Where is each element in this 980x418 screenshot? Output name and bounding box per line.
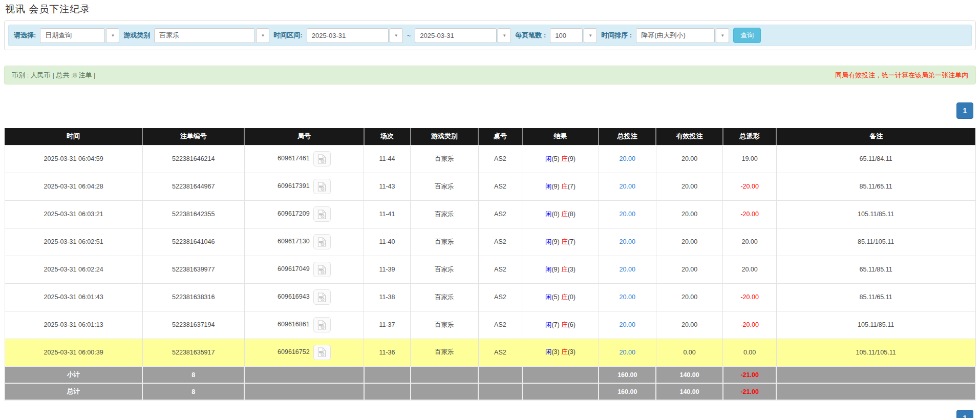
cell-total-bet: 20.00 (599, 200, 656, 228)
cell-session: 11-40 (364, 228, 411, 256)
time-sort-label: 时间排序 : (601, 31, 632, 40)
result-banker-label: 庄 (561, 266, 568, 273)
table-row: 2025-03-31 06:04:28 522381644967 6096173… (5, 173, 975, 200)
chevron-down-icon[interactable]: ▼ (498, 28, 511, 43)
result-banker-score: (6) (568, 321, 576, 328)
column-header: 总派彩 (723, 128, 776, 145)
result-player-score: (9) (551, 183, 559, 190)
subtotal-payout: -21.00 (723, 366, 776, 383)
empty (776, 366, 975, 383)
cell-payout: 20.00 (723, 228, 776, 256)
cell-result: 闲(7) 庄(6) (522, 311, 599, 339)
total-bet-link[interactable]: 20.00 (620, 183, 635, 190)
empty (411, 383, 479, 400)
game-type-select[interactable]: 百家乐 ▼ (154, 28, 269, 43)
date-from-select[interactable]: 2025-03-31 ▼ (307, 28, 403, 43)
chevron-down-icon[interactable]: ▼ (106, 28, 119, 43)
chevron-down-icon[interactable]: ▼ (716, 28, 729, 43)
cell-bet-id: 522381637194 (142, 311, 244, 339)
video-replay-button[interactable] (313, 179, 331, 194)
cell-result: 闲(3) 庄(3) (522, 339, 599, 366)
total-row: 总计8160.00140.00-21.00 (5, 383, 975, 400)
cell-time: 2025-03-31 06:04:28 (5, 173, 142, 200)
cell-total-bet: 20.00 (599, 145, 656, 173)
cell-total-bet: 20.00 (599, 339, 656, 366)
cell-game-type: 百家乐 (411, 228, 479, 256)
result-player-label: 闲 (545, 211, 552, 218)
cell-total-bet: 20.00 (599, 173, 656, 200)
total-bet-link[interactable]: 20.00 (620, 238, 635, 245)
chevron-down-icon[interactable]: ▼ (584, 28, 597, 43)
result-player-score: (3) (551, 348, 559, 356)
video-replay-button[interactable] (313, 206, 331, 222)
cell-round-id: 609617130 (244, 228, 364, 256)
cell-remark: 105.11/85.11 (776, 200, 975, 228)
total-bet-link[interactable]: 20.00 (620, 266, 635, 273)
video-file-icon (317, 237, 326, 247)
cell-game-type: 百家乐 (411, 173, 479, 200)
cell-valid-bet: 20.00 (656, 145, 723, 173)
result-banker-label: 庄 (561, 294, 568, 301)
video-replay-button[interactable] (313, 345, 331, 360)
result-player-label: 闲 (545, 266, 552, 273)
filter-bar: 请选择: 日期查询 ▼ 游戏类别 百家乐 ▼ 时间区间: 2025-03-31 … (8, 25, 972, 46)
date-from-value: 2025-03-31 (307, 28, 389, 43)
empty (478, 366, 522, 383)
chevron-down-icon[interactable]: ▼ (390, 28, 403, 43)
video-replay-button[interactable] (313, 234, 331, 249)
cell-remark: 85.11/65.11 (776, 283, 975, 311)
query-type-select[interactable]: 日期查询 ▼ (40, 28, 119, 43)
total-bet-link[interactable]: 20.00 (620, 211, 635, 218)
cell-bet-id: 522381642355 (142, 200, 244, 228)
currency-total-text: 币别 : 人民币 | 总共 :8 注单 | (12, 71, 96, 80)
round-number: 609616943 (278, 293, 310, 300)
table-header-row: 时间注单编号局号场次游戏类别桌号结果总投注有效投注总派彩备注 (5, 128, 975, 145)
cell-result: 闲(5) 庄(9) (522, 145, 599, 173)
video-file-icon (317, 265, 326, 275)
table-row: 2025-03-31 06:03:21 522381642355 6096172… (5, 200, 975, 228)
total-bet-link[interactable]: 20.00 (620, 349, 635, 356)
total-bet-link[interactable]: 20.00 (620, 155, 635, 162)
per-page-value: 100 (550, 28, 583, 43)
result-banker-label: 庄 (561, 155, 568, 162)
empty (776, 383, 975, 400)
date-to-select[interactable]: 2025-03-31 ▼ (415, 28, 511, 43)
pagination-page-1[interactable]: 1 (956, 102, 973, 119)
cell-game-type: 百家乐 (411, 145, 479, 173)
cell-round-id: 609617209 (244, 200, 364, 228)
total-bet-link[interactable]: 20.00 (620, 321, 635, 328)
cell-payout: 20.00 (723, 256, 776, 283)
cell-session: 11-43 (364, 173, 411, 200)
video-replay-button[interactable] (313, 151, 331, 166)
video-replay-button[interactable] (313, 262, 331, 277)
table-row: 2025-03-31 06:02:51 522381641046 6096171… (5, 228, 975, 256)
total-valid-bet: 140.00 (656, 383, 723, 400)
video-replay-button[interactable] (313, 317, 331, 332)
per-page-select[interactable]: 100 ▼ (550, 28, 597, 43)
cell-table-no: AS2 (478, 145, 522, 173)
empty (244, 366, 364, 383)
subtotal-count: 8 (142, 366, 244, 383)
cell-time: 2025-03-31 06:01:13 (5, 311, 142, 339)
chevron-down-icon[interactable]: ▼ (256, 28, 269, 43)
time-sort-value: 降幂(由大到小) (636, 28, 715, 43)
total-count: 8 (142, 383, 244, 400)
cell-result: 闲(9) 庄(7) (522, 228, 599, 256)
pagination-page-1-bottom[interactable]: 1 (956, 410, 973, 418)
search-button[interactable]: 查询 (733, 28, 761, 43)
column-header: 注单编号 (142, 128, 244, 145)
empty (364, 366, 411, 383)
result-player-score: (0) (551, 211, 559, 218)
cell-game-type: 百家乐 (411, 311, 479, 339)
cell-round-id: 609616943 (244, 283, 364, 311)
total-bet-link[interactable]: 20.00 (620, 294, 635, 301)
cell-round-id: 609617049 (244, 256, 364, 283)
video-file-icon (317, 292, 326, 302)
video-file-icon (317, 347, 326, 357)
time-range-label: 时间区间: (273, 31, 302, 40)
cell-game-type: 百家乐 (411, 283, 479, 311)
video-replay-button[interactable] (313, 289, 331, 305)
total-payout: -21.00 (723, 383, 776, 400)
empty (522, 383, 599, 400)
time-sort-select[interactable]: 降幂(由大到小) ▼ (636, 28, 729, 43)
